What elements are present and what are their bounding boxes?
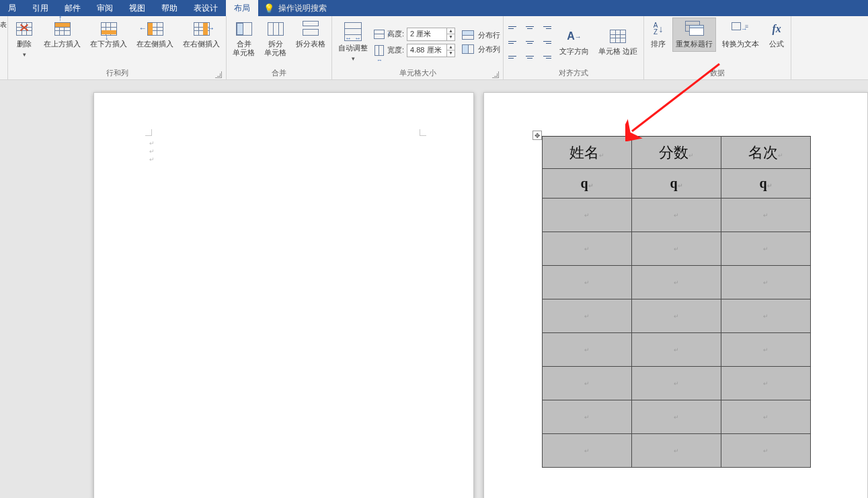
split-cells-button[interactable]: 拆分 单元格 [261, 17, 290, 60]
table-cell[interactable]: ↵ [632, 333, 721, 367]
table-cell[interactable]: ↵ [721, 232, 811, 266]
table-cell[interactable]: ↵ [721, 333, 811, 367]
width-label: 宽度: [387, 45, 404, 55]
table-cell[interactable]: ↵ [632, 299, 721, 333]
table-cell[interactable]: ↵↵ [543, 299, 632, 333]
group-cell-size-label: 单元格大小 [335, 67, 500, 79]
cell-margins-label: 单元格 边距 [598, 47, 637, 56]
table-cell[interactable]: ↵ [721, 266, 811, 299]
tab-table-design[interactable]: 表设计 [186, 0, 226, 16]
insert-below-button[interactable]: ↓ 在下方插入 [87, 17, 130, 52]
height-input[interactable]: ▲▼ [407, 28, 455, 41]
rows-cols-launcher-icon[interactable] [215, 71, 222, 78]
distribute-cols-label: 分布列 [478, 44, 500, 55]
insert-above-icon: ↑ [53, 21, 72, 37]
cell-size-launcher-icon[interactable] [492, 71, 499, 78]
para-mark-icon: ↵ [149, 140, 155, 147]
insert-above-button[interactable]: ↑ 在上方插入 [40, 17, 84, 52]
delete-button[interactable]: 删除 [11, 17, 38, 61]
align-tl[interactable] [506, 21, 521, 34]
document-table[interactable]: 姓名↵↵ 分数↵ 名次↵ q↵↵ q↵ q↵ ↵↵↵↵↵↵↵↵↵↵↵↵↵↵↵↵↵… [542, 136, 811, 468]
table-cell[interactable]: ↵ [721, 400, 811, 434]
auto-adjust-button[interactable]: ↔↔ 自动调整 [335, 19, 371, 65]
table-cell[interactable]: ↵ [721, 299, 811, 333]
split-cells-icon [266, 21, 285, 37]
merge-cells-label: 合并 单元格 [233, 40, 255, 57]
height-up-icon[interactable]: ▲ [446, 28, 455, 34]
split-table-button[interactable]: 拆分表格 [292, 17, 329, 52]
height-value[interactable] [407, 30, 446, 38]
insert-left-button[interactable]: ← 在左侧插入 [133, 17, 177, 52]
document-canvas[interactable]: ↵ ↵ ↵ ✥ 姓名↵↵ 分数↵ 名次↵ q↵↵ q↵ q↵ ↵↵↵↵↵↵↵↵↵… [0, 80, 868, 498]
repeat-header-button[interactable]: 重复标题行 [672, 17, 716, 52]
table-cell[interactable]: ↵↵ [543, 266, 632, 299]
table-cell[interactable]: ↵↵ [543, 232, 632, 266]
align-bc[interactable] [522, 50, 537, 64]
table-row: ↵↵↵↵ [543, 400, 811, 434]
table-cell[interactable]: ↵ [721, 434, 811, 468]
distribute-rows-button[interactable]: 分布行 [462, 30, 500, 40]
table-cell[interactable]: ↵↵ [543, 434, 632, 468]
insert-right-button[interactable]: → 在右侧插入 [180, 17, 223, 52]
table-header-cell: 名次↵ [721, 137, 811, 169]
insert-below-icon: ↓ [100, 21, 118, 37]
align-mc[interactable] [522, 36, 537, 49]
table-cell[interactable]: ↵↵ [543, 333, 632, 367]
repeat-header-label: 重复标题行 [676, 40, 713, 48]
align-mr[interactable] [539, 36, 553, 49]
auto-adjust-icon: ↔↔ [344, 22, 362, 41]
tab-view[interactable]: 视图 [121, 0, 153, 16]
to-text-button[interactable]: → ≡ 转换为文本 [719, 17, 762, 52]
height-down-icon[interactable]: ▼ [446, 34, 455, 40]
table-cell[interactable]: ↵ [632, 434, 721, 468]
split-cells-label: 拆分 单元格 [264, 40, 286, 57]
table-cell[interactable]: ↵ [632, 367, 721, 400]
page-2: ✥ 姓名↵↵ 分数↵ 名次↵ q↵↵ q↵ q↵ ↵↵↵↵↵↵↵↵↵↵↵↵↵↵↵… [483, 92, 868, 498]
text-direction-label: 文字方向 [559, 47, 589, 56]
width-down-icon[interactable]: ▼ [446, 50, 455, 57]
tab-references[interactable]: 引用 [24, 0, 56, 16]
table-header-cell: 姓名↵↵ [543, 137, 632, 169]
ribbon-left-edge: 表 [0, 16, 8, 79]
formula-button[interactable]: fx 公式 [765, 17, 788, 52]
align-tr[interactable] [539, 21, 553, 34]
table-cell[interactable]: ↵ [632, 266, 721, 299]
table-cell[interactable]: ↵↵ [543, 199, 632, 232]
sort-button[interactable]: AZ↓ 排序 [647, 17, 670, 52]
width-input[interactable]: ▲▼ [407, 44, 455, 57]
insert-right-icon: → [192, 21, 211, 37]
align-tc[interactable] [522, 21, 537, 34]
insert-above-label: 在上方插入 [44, 40, 81, 48]
table-anchor-icon[interactable]: ✥ [532, 131, 542, 140]
distribute-cols-icon [462, 44, 474, 54]
align-br[interactable] [539, 50, 553, 64]
split-table-label: 拆分表格 [296, 40, 325, 48]
text-direction-icon: A→ [566, 28, 582, 44]
text-direction-button[interactable]: A→ 文字方向 [556, 25, 592, 59]
cell-margins-button[interactable]: 单元格 边距 [595, 25, 641, 59]
width-value[interactable] [407, 46, 446, 55]
distribute-cols-button[interactable]: 分布列 [462, 44, 500, 55]
tab-review[interactable]: 审阅 [89, 0, 121, 16]
group-rows-cols-label: 行和列 [11, 67, 223, 79]
table-cell[interactable]: ↵ [632, 400, 721, 434]
table-cell[interactable]: ↵ [632, 199, 721, 232]
tab-help[interactable]: 帮助 [153, 0, 186, 16]
formula-icon: fx [768, 21, 785, 37]
delete-label: 删除 [17, 40, 32, 48]
align-bl[interactable] [506, 50, 521, 64]
align-ml[interactable] [506, 36, 521, 49]
merge-cells-button[interactable]: 合并 单元格 [229, 17, 258, 60]
width-up-icon[interactable]: ▲ [446, 44, 455, 50]
tab-table-layout[interactable]: 布局 [226, 0, 258, 16]
table-row: q↵↵ q↵ q↵ [543, 169, 811, 199]
table-cell[interactable]: ↵↵ [543, 400, 632, 434]
table-cell[interactable]: ↵ [632, 232, 721, 266]
table-row: ↵↵↵↵ [543, 434, 811, 468]
table-cell[interactable]: ↵ [721, 367, 811, 400]
tab-layout-prev[interactable]: 局 [0, 0, 24, 16]
tell-me-search[interactable]: 💡 操作说明搜索 [258, 3, 332, 14]
table-row: ↵↵↵↵ [543, 266, 811, 299]
table-cell[interactable]: ↵ [721, 199, 811, 232]
table-cell[interactable]: ↵↵ [543, 367, 632, 400]
